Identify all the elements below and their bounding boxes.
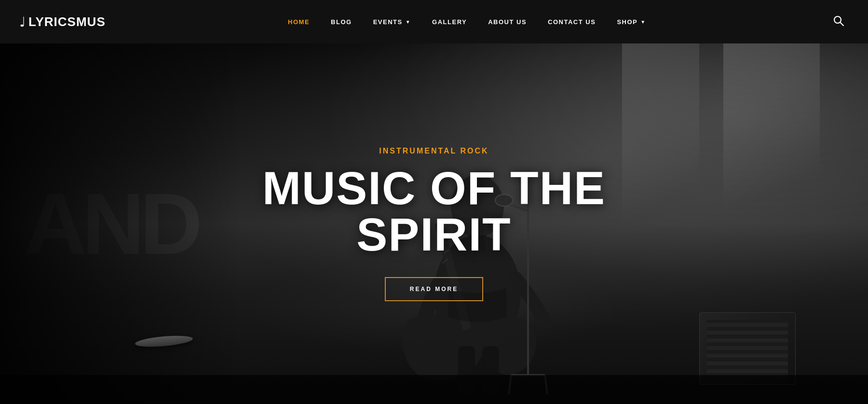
- nav-label-shop: SHOP: [617, 18, 637, 26]
- guitar-amp: [699, 312, 796, 385]
- nav-label-home: HOME: [288, 18, 310, 26]
- nav-item-about: ABOUT US: [477, 0, 537, 43]
- nav-item-home: HOME: [277, 0, 320, 43]
- dark-overlay: [0, 43, 241, 404]
- nav-links: HOME BLOG EVENTS ▼ GALLERY ABOUT US: [277, 0, 657, 43]
- nav-label-gallery: GALLERY: [432, 18, 467, 26]
- nav-link-events[interactable]: EVENTS ▼: [363, 0, 421, 43]
- nav-item-blog: BLOG: [320, 0, 363, 43]
- logo[interactable]: ♩ LYRICSMUS: [19, 14, 106, 30]
- hero-genre-label: INSTRUMENTAL ROCK: [217, 147, 651, 155]
- hero-read-more-button[interactable]: READ MORE: [385, 277, 483, 301]
- nav-label-about: ABOUT US: [488, 18, 527, 26]
- nav-item-contact: CONTACT US: [537, 0, 606, 43]
- chevron-down-icon-shop: ▼: [640, 19, 646, 25]
- nav-label-blog: BLOG: [331, 18, 352, 26]
- nav-link-about[interactable]: ABOUT US: [477, 0, 537, 43]
- nav-label-contact: CONTACT US: [548, 18, 596, 26]
- hero-content: INSTRUMENTAL ROCK MUSIC OF THE SPIRIT RE…: [217, 147, 651, 301]
- stage-light-right: [723, 43, 820, 285]
- nav-link-home[interactable]: HOME: [277, 0, 320, 43]
- logo-icon: ♩: [19, 14, 26, 30]
- bottom-bar: [0, 375, 868, 404]
- logo-text: LYRICSMUS: [28, 14, 106, 29]
- nav-item-shop: SHOP ▼: [606, 0, 656, 43]
- nav-label-events: EVENTS: [373, 18, 403, 26]
- svg-line-1: [840, 22, 843, 26]
- hero-title: MUSIC OF THE SPIRIT: [217, 165, 651, 258]
- nav-link-gallery[interactable]: GALLERY: [421, 0, 477, 43]
- nav-item-gallery: GALLERY: [421, 0, 477, 43]
- nav-link-contact[interactable]: CONTACT US: [537, 0, 606, 43]
- chevron-down-icon: ▼: [406, 19, 411, 25]
- hero-section: and: [0, 43, 868, 404]
- nav-link-blog[interactable]: BLOG: [320, 0, 363, 43]
- nav-item-events: EVENTS ▼: [363, 0, 421, 43]
- navbar: ♩ LYRICSMUS HOME BLOG EVENTS ▼ GALLERY: [0, 0, 868, 43]
- nav-link-shop[interactable]: SHOP ▼: [606, 0, 656, 43]
- search-icon[interactable]: [828, 11, 849, 33]
